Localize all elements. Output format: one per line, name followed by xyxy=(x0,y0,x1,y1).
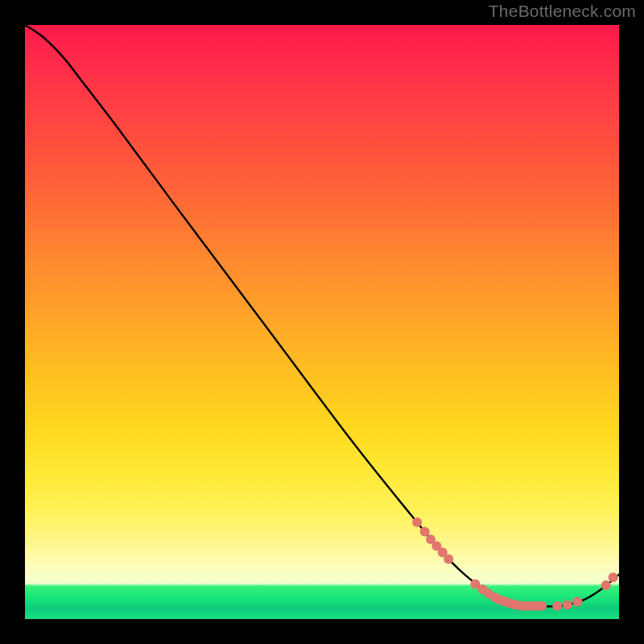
marker-dot xyxy=(609,572,618,582)
marker-dot xyxy=(420,527,430,537)
marker-dot xyxy=(412,518,422,527)
marker-dot xyxy=(572,597,582,607)
chart-frame: TheBottleneck.com xyxy=(0,0,644,644)
marker-dot xyxy=(552,601,562,611)
main-curve xyxy=(25,25,619,606)
watermark-text: TheBottleneck.com xyxy=(489,2,636,21)
plot-area xyxy=(25,25,619,619)
chart-svg xyxy=(25,25,619,619)
marker-dot xyxy=(601,580,611,590)
marker-dot xyxy=(444,554,453,564)
marker-dot xyxy=(537,601,547,611)
markers-layer xyxy=(412,518,618,611)
marker-dot xyxy=(563,600,572,609)
curve-layer xyxy=(25,25,619,606)
